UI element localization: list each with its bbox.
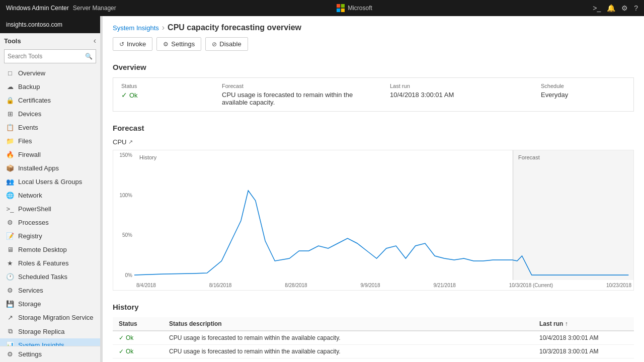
sidebar-item-label: Registry (18, 232, 42, 240)
x-axis: 8/4/2018 8/16/2018 8/28/2018 9/9/2018 9/… (134, 280, 633, 290)
x-9-21: 9/21/2018 (433, 283, 456, 288)
ms-label: Microsoft (348, 5, 372, 12)
sidebar-item-scheduled-tasks[interactable]: 🕐Scheduled Tasks (0, 270, 100, 284)
breadcrumb-separator: › (162, 23, 165, 32)
sidebar-bottom: ⚙Settings (0, 346, 100, 362)
y-150: 150% (115, 152, 132, 158)
sidebar-item-events[interactable]: 📋Events (0, 121, 100, 134)
history-tbody: ✓Ok CPU usage is forecasted to remain wi… (113, 331, 634, 362)
sidebar-search-container: 🔍 (4, 49, 96, 63)
sidebar-item-overview[interactable]: □Overview (0, 66, 100, 80)
sidebar-item-label: Events (18, 124, 38, 131)
breadcrumb-current: CPU capacity forecasting overview (168, 23, 301, 32)
gear-icon[interactable]: ⚙ (621, 4, 628, 12)
sidebar-item-firewall[interactable]: 🔥Firewall (0, 148, 100, 161)
sidebar-item-label: Processes (18, 219, 49, 226)
network-icon: 🌐 (6, 192, 14, 199)
sidebar-item-label: Certificates (18, 97, 51, 104)
sidebar-item-settings[interactable]: ⚙Settings (0, 346, 100, 362)
invoke-button[interactable]: ↺ Invoke (113, 37, 152, 51)
services-icon: ⚙ (6, 287, 14, 294)
events-icon: 📋 (6, 124, 14, 131)
sidebar-item-label: Remote Desktop (18, 246, 67, 253)
top-bar: Windows Admin Center Server Manager Micr… (0, 0, 644, 16)
sidebar-collapse-btn[interactable]: ‹ (94, 36, 96, 45)
devices-icon: ⊞ (6, 110, 14, 118)
terminal-icon[interactable]: >_ (593, 4, 601, 12)
roles-features-icon: ★ (6, 259, 14, 267)
sidebar-item-network[interactable]: 🌐Network (0, 189, 100, 202)
x-8-28: 8/28/2018 (285, 283, 307, 288)
col-description[interactable]: Status description (163, 317, 533, 331)
tools-label: Tools (4, 37, 21, 45)
help-icon[interactable]: ? (634, 4, 638, 12)
overview-schedule-col: Schedule Everyday (533, 83, 633, 106)
sidebar-item-files[interactable]: 📁Files (0, 134, 100, 148)
svg-rect-1 (341, 4, 345, 8)
forecast-section: Forecast CPU ↗ 150% 100% 50% 0% (103, 118, 644, 297)
status-value: ✓ Ok (121, 91, 206, 99)
sidebar-item-devices[interactable]: ⊞Devices (0, 107, 100, 121)
certificates-icon: 🔒 (6, 97, 14, 104)
last-run-value: 10/4/2018 3:00:01 AM (390, 91, 525, 99)
sidebar-item-system-insights[interactable]: 📊System Insights (0, 338, 100, 346)
breadcrumb: System Insights › CPU capacity forecasti… (103, 16, 644, 37)
chart-svg-area: History Forecast (134, 150, 633, 280)
sidebar-item-remote-desktop[interactable]: 🖥Remote Desktop (0, 243, 100, 256)
sidebar-item-label: Local Users & Groups (18, 178, 82, 186)
search-icon: 🔍 (85, 53, 93, 60)
disable-button[interactable]: ⊘ Disable (205, 37, 248, 51)
settings-icon: ⚙ (6, 350, 14, 358)
sidebar-item-label: Files (18, 137, 32, 145)
history-thead: Status Status description Last run ↑ (113, 317, 634, 331)
chart-container: 150% 100% 50% 0% History Forecast (113, 150, 634, 291)
expand-icon[interactable]: ↗ (128, 139, 133, 145)
sidebar-item-label: PowerShell (18, 205, 51, 213)
x-10-3: 10/3/2018 (Current) (509, 283, 553, 288)
bell-icon[interactable]: 🔔 (607, 4, 615, 12)
sidebar-item-processes[interactable]: ⚙Processes (0, 216, 100, 229)
sidebar-item-certificates[interactable]: 🔒Certificates (0, 94, 100, 107)
col-last-run[interactable]: Last run ↑ (533, 317, 634, 331)
sidebar-item-label: Roles & Features (18, 259, 68, 267)
remote-desktop-icon: 🖥 (6, 246, 14, 253)
sidebar-item-registry[interactable]: 📝Registry (0, 229, 100, 243)
td-status: ✓Ok (113, 331, 163, 345)
forecast-section-title: Forecast (113, 124, 634, 132)
history-table: Status Status description Last run ↑ ✓Ok… (113, 317, 634, 362)
storage-icon: 💾 (6, 300, 14, 308)
sidebar-item-installed-apps[interactable]: 📦Installed Apps (0, 161, 100, 175)
sidebar-item-storage[interactable]: 💾Storage (0, 297, 100, 311)
overview-lastrun-col: Last run 10/4/2018 3:00:01 AM (382, 83, 533, 106)
row-check-icon: ✓ (119, 334, 124, 341)
sidebar-item-local-users[interactable]: 👥Local Users & Groups (0, 175, 100, 189)
sidebar-item-label: Overview (18, 69, 45, 77)
app-title: Windows Admin Center (6, 5, 69, 12)
history-section: History Status Status description Last r… (103, 297, 644, 362)
server-name: insights.contoso.com (6, 21, 62, 28)
last-run-label: Last run (390, 83, 525, 89)
table-row: ✓Ok CPU usage is forecasted to remain wi… (113, 331, 634, 345)
sidebar-item-label: Settings (18, 350, 42, 358)
sidebar-item-powershell[interactable]: >_PowerShell (0, 202, 100, 216)
sidebar-item-storage-replica[interactable]: ⧉Storage Replica (0, 324, 100, 338)
installed-apps-icon: 📦 (6, 164, 14, 172)
breadcrumb-parent[interactable]: System Insights (113, 24, 159, 32)
settings-button[interactable]: ⚙ Settings (156, 37, 201, 51)
sidebar-item-label: Storage Migration Service (18, 314, 94, 321)
sidebar-item-backup[interactable]: ☁Backup (0, 80, 100, 94)
sidebar-item-label: Services (18, 287, 43, 294)
sidebar-item-label: Firewall (18, 151, 41, 158)
forecast-label: Forecast (222, 83, 374, 89)
sidebar-item-label: Network (18, 192, 42, 199)
search-input[interactable] (8, 53, 85, 60)
svg-rect-2 (337, 9, 340, 12)
overview-forecast-col: Forecast CPU usage is forecasted to rema… (214, 83, 382, 106)
sidebar-item-roles-features[interactable]: ★Roles & Features (0, 256, 100, 270)
sidebar-server-header: insights.contoso.com (0, 16, 100, 33)
col-status[interactable]: Status (113, 317, 163, 331)
sidebar-item-services[interactable]: ⚙Services (0, 284, 100, 297)
server-manager-btn[interactable]: Server Manager (73, 5, 116, 12)
td-description: CPU usage is forecasted to remain within… (163, 345, 533, 358)
sidebar-item-storage-migration[interactable]: ↗Storage Migration Service (0, 311, 100, 324)
